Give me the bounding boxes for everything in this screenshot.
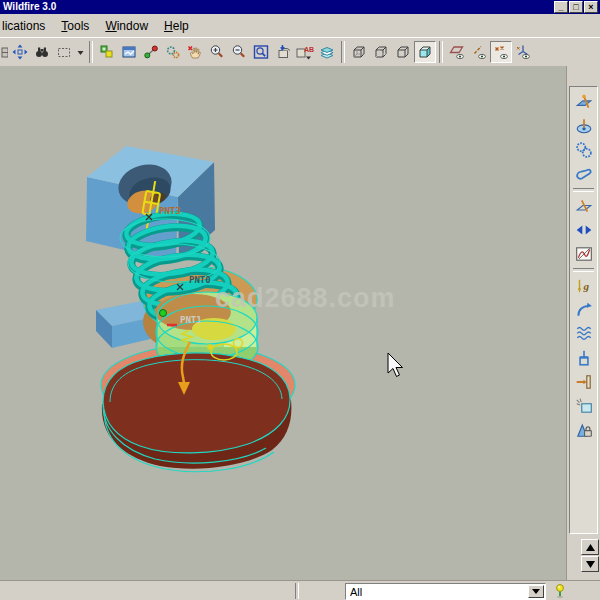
combobox-dropdown-button[interactable]: [528, 585, 544, 598]
mouse-cursor: [388, 353, 403, 377]
pan-hand-icon[interactable]: [184, 41, 206, 63]
layer-tree-icon[interactable]: [96, 41, 118, 63]
analysis-graph-icon[interactable]: [572, 242, 596, 266]
datum-point-label-pnt1[interactable]: PNT1: [180, 315, 202, 325]
scroll-down-button[interactable]: [581, 556, 599, 572]
menu-applications[interactable]: lications: [2, 19, 45, 33]
scroll-up-button[interactable]: [581, 539, 599, 555]
graphics-viewport[interactable]: cad2688.com PNT3 PNT0 PNT1: [0, 66, 566, 580]
status-divider: [295, 583, 299, 599]
maximize-button[interactable]: □: [569, 1, 583, 13]
hidden-line-icon[interactable]: [370, 41, 392, 63]
layer-stack-icon[interactable]: [316, 41, 338, 63]
minimize-button[interactable]: _: [554, 1, 568, 13]
annotation-icon[interactable]: AB: [294, 41, 316, 63]
toolbar-separator: [439, 41, 443, 63]
belt-icon[interactable]: [572, 162, 596, 186]
refit-icon[interactable]: [9, 41, 31, 63]
search-pin-icon[interactable]: [552, 583, 568, 599]
watermark: cad2688.com: [215, 283, 396, 314]
gravity-icon[interactable]: g: [572, 274, 596, 298]
force-torque-icon[interactable]: [572, 298, 596, 322]
3d-model-canvas: [0, 66, 566, 580]
title-bar[interactable]: Wildfire 3.0 _ □ ×: [0, 0, 600, 14]
gear-pair-icon[interactable]: [572, 138, 596, 162]
spring-icon[interactable]: [572, 322, 596, 346]
svg-text:g: g: [582, 280, 589, 292]
main-toolbar: AB: [0, 37, 600, 66]
zoom-in-icon[interactable]: [206, 41, 228, 63]
servo-motor-icon[interactable]: [572, 218, 596, 242]
datum-point-display-icon[interactable]: [490, 41, 512, 63]
datum-point-label-pnt3[interactable]: PNT3: [159, 206, 181, 216]
slot-follower-icon[interactable]: [572, 194, 596, 218]
pin-joint-icon[interactable]: [572, 90, 596, 114]
find-icon[interactable]: [31, 41, 53, 63]
maroon-base: [102, 353, 292, 472]
cam-follower-icon[interactable]: [572, 114, 596, 138]
zoom-region-dropdown-icon[interactable]: [75, 41, 86, 63]
window-title: Wildfire 3.0: [0, 0, 553, 14]
toolbar-separator: [89, 41, 93, 63]
force-motor-icon[interactable]: [572, 370, 596, 394]
mechanism-tool-panel: g: [569, 86, 598, 534]
menu-tools[interactable]: Tools: [61, 19, 89, 33]
menu-help[interactable]: Help: [164, 19, 189, 33]
zoom-region-icon[interactable]: [53, 41, 75, 63]
close-button[interactable]: ×: [584, 1, 598, 13]
sidebar-separator: [573, 188, 594, 192]
partial-icon[interactable]: [0, 41, 9, 63]
view-manager-icon[interactable]: [118, 41, 140, 63]
datum-plane-display-icon[interactable]: [446, 41, 468, 63]
datum-point-tool-icon[interactable]: [140, 41, 162, 63]
selection-filter-value: All: [346, 586, 528, 598]
contact-icon[interactable]: [572, 394, 596, 418]
toolbar-separator: [341, 41, 345, 63]
sidebar-separator: [573, 268, 594, 272]
wireframe-icon[interactable]: [348, 41, 370, 63]
status-bar: All: [0, 580, 600, 600]
datum-point-label-pnt0[interactable]: PNT0: [189, 275, 211, 285]
selection-filter-combobox[interactable]: All: [345, 583, 546, 600]
sidebar-scrollbar: [581, 539, 599, 573]
menu-window[interactable]: Window: [105, 19, 148, 33]
repaint-icon[interactable]: [272, 41, 294, 63]
zoom-window-icon[interactable]: [250, 41, 272, 63]
datum-axis-display-icon[interactable]: [468, 41, 490, 63]
menu-bar: lications Tools Window Help: [0, 14, 600, 37]
lock-bodies-icon[interactable]: [572, 418, 596, 442]
zoom-out-icon[interactable]: [228, 41, 250, 63]
damper-icon[interactable]: [572, 346, 596, 370]
spin-center-icon[interactable]: [162, 41, 184, 63]
proe-wildfire-window: { "window": { "title": "Wildfire 3.0", "…: [0, 0, 600, 600]
csys-display-icon[interactable]: [512, 41, 534, 63]
shaded-icon[interactable]: [414, 41, 436, 63]
no-hidden-icon[interactable]: [392, 41, 414, 63]
mechanism-toolbar: g: [566, 66, 600, 580]
svg-text:AB: AB: [304, 46, 314, 53]
